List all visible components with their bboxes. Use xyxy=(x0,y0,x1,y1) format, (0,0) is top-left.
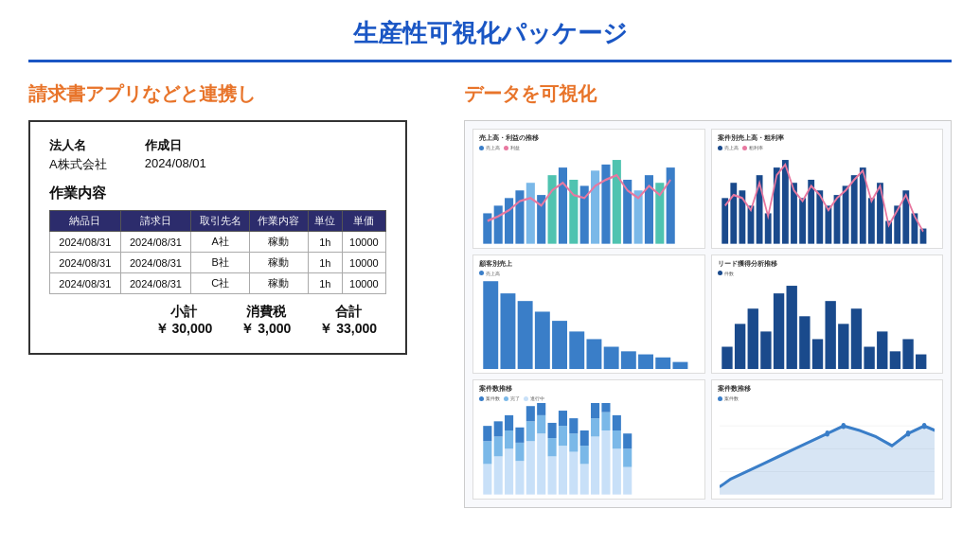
svg-rect-102 xyxy=(591,403,599,418)
chart-sales-profit: 売上高・利益の推移 売上高 利益 xyxy=(472,129,705,249)
svg-rect-76 xyxy=(505,449,513,495)
cell: 稼動 xyxy=(249,253,308,273)
cell: 2024/08/31 xyxy=(120,253,191,273)
col-header-unit: 単位 xyxy=(308,211,342,232)
svg-rect-52 xyxy=(655,357,670,369)
svg-rect-8 xyxy=(569,180,578,244)
svg-rect-82 xyxy=(526,442,535,495)
svg-rect-77 xyxy=(505,430,513,448)
svg-rect-79 xyxy=(515,462,524,495)
invoice-table: 納品日 請求日 取引先名 作業内容 単位 単価 2024/08/31 2024/… xyxy=(49,210,386,294)
svg-rect-35 xyxy=(867,198,874,243)
svg-rect-2 xyxy=(505,198,513,243)
svg-rect-111 xyxy=(623,434,632,449)
table-row: 2024/08/31 2024/08/31 A社 稼動 1h 10000 xyxy=(50,232,386,253)
cell: 1h xyxy=(308,253,342,273)
cell: 1h xyxy=(308,232,342,253)
page-header: 生産性可視化パッケージ xyxy=(28,0,952,62)
svg-rect-62 xyxy=(825,301,835,370)
svg-rect-11 xyxy=(601,165,610,244)
subtotal-label: 小計 xyxy=(155,304,213,321)
svg-rect-85 xyxy=(537,434,545,495)
table-row: 2024/08/31 2024/08/31 C社 稼動 1h 10000 xyxy=(50,273,386,294)
svg-rect-36 xyxy=(877,183,883,243)
svg-rect-54 xyxy=(722,346,732,369)
svg-rect-107 xyxy=(613,430,621,448)
date-value: 2024/08/01 xyxy=(145,156,206,170)
svg-rect-53 xyxy=(672,361,687,369)
chart-legend-5: 案件数 完了 進行中 xyxy=(479,395,699,401)
svg-rect-71 xyxy=(483,442,491,465)
chart-area-5 xyxy=(479,403,699,495)
svg-rect-81 xyxy=(515,428,524,443)
chart-title-2: 案件別売上高・粗利率 xyxy=(718,133,937,143)
chart-area-1 xyxy=(479,152,699,244)
svg-rect-59 xyxy=(786,286,796,370)
chart-title-6: 案件数推移 xyxy=(718,384,937,394)
company-label: 法人名 xyxy=(49,137,107,154)
cell: 10000 xyxy=(342,253,385,273)
svg-rect-57 xyxy=(760,331,771,369)
svg-rect-87 xyxy=(537,403,545,415)
svg-rect-4 xyxy=(526,183,535,243)
svg-rect-63 xyxy=(838,324,848,369)
chart-title-4: リード獲得分析推移 xyxy=(718,259,937,269)
col-header-delivery: 納品日 xyxy=(50,211,121,232)
svg-rect-91 xyxy=(559,446,567,495)
left-section-title: 請求書アプリなどと連携し xyxy=(28,81,426,107)
svg-rect-64 xyxy=(850,308,861,369)
svg-rect-44 xyxy=(518,301,533,370)
svg-rect-88 xyxy=(548,457,557,495)
charts-grid: 売上高・利益の推移 売上高 利益 xyxy=(464,120,952,508)
svg-rect-100 xyxy=(591,437,599,495)
cell: 2024/08/31 xyxy=(50,253,121,273)
cell: 10000 xyxy=(342,232,385,253)
cell: 2024/08/31 xyxy=(120,273,191,294)
svg-point-118 xyxy=(905,430,910,436)
chart-area-3 xyxy=(479,278,699,370)
chart-title-3: 顧客別売上 xyxy=(479,259,699,269)
cell: 稼動 xyxy=(249,273,308,294)
chart-project-sales: 案件別売上高・粗利率 売上高 粗利率 xyxy=(711,129,944,249)
col-header-client: 取引先名 xyxy=(191,211,250,232)
svg-rect-110 xyxy=(623,449,632,467)
svg-rect-94 xyxy=(569,452,578,495)
total-item: 合計 ￥ 33,000 xyxy=(319,304,377,338)
svg-rect-73 xyxy=(494,457,503,495)
svg-rect-7 xyxy=(559,167,567,244)
svg-rect-69 xyxy=(916,354,926,369)
svg-rect-48 xyxy=(586,339,601,369)
svg-rect-68 xyxy=(902,339,913,369)
col-header-invoice: 請求日 xyxy=(120,211,191,232)
cell: A社 xyxy=(191,232,250,253)
chart-title-1: 売上高・利益の推移 xyxy=(479,133,699,143)
total-label: 合計 xyxy=(319,304,377,321)
svg-rect-83 xyxy=(526,422,535,442)
col-header-price: 単価 xyxy=(342,211,385,232)
tax-label: 消費税 xyxy=(241,304,291,321)
svg-rect-65 xyxy=(864,346,874,369)
svg-rect-66 xyxy=(877,331,887,369)
tax-value: ￥ 3,000 xyxy=(241,321,291,338)
svg-rect-50 xyxy=(621,351,636,369)
svg-rect-80 xyxy=(515,443,524,461)
svg-rect-0 xyxy=(483,213,491,243)
svg-rect-72 xyxy=(483,426,491,441)
svg-rect-86 xyxy=(537,415,545,433)
svg-rect-12 xyxy=(613,160,621,244)
date-label: 作成日 xyxy=(145,137,206,154)
invoice-header: 法人名 A株式会社 作成日 2024/08/01 xyxy=(49,137,386,173)
svg-rect-49 xyxy=(604,346,619,369)
svg-rect-47 xyxy=(569,331,584,369)
svg-rect-3 xyxy=(515,190,524,243)
svg-rect-74 xyxy=(494,437,503,457)
svg-rect-109 xyxy=(623,467,632,495)
svg-rect-27 xyxy=(799,198,806,243)
totals-row: 小計 ￥ 30,000 消費税 ￥ 3,000 合計 ￥ 33,000 xyxy=(49,304,386,338)
svg-point-119 xyxy=(921,423,926,429)
chart-area-4 xyxy=(718,278,937,370)
svg-rect-32 xyxy=(842,185,848,243)
chart-area-2 xyxy=(718,152,937,244)
svg-rect-103 xyxy=(601,430,610,495)
cell: 稼動 xyxy=(249,232,308,253)
